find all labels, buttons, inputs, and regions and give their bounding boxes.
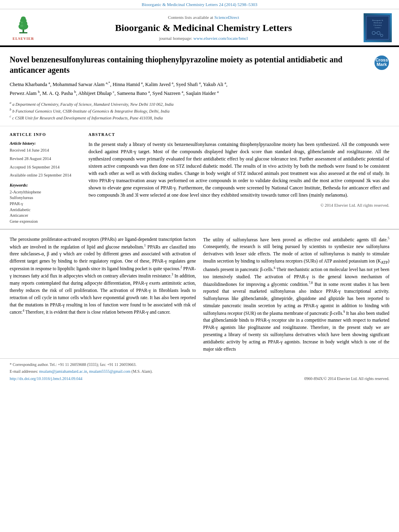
keyword-1: 2-Acetylthiophene: [10, 189, 81, 195]
history-label: Article history:: [10, 141, 81, 147]
corresponding-author: * Corresponding author. Tel.: +91 11 260…: [10, 362, 389, 368]
revised-date: Revised 28 August 2014: [10, 156, 81, 162]
journal-cover-image: Bioorganic & Medicinal Chemistry Letters: [366, 15, 390, 40]
received-date: Received 14 June 2014: [10, 148, 81, 154]
journal-title: Bioorganic & Medicinal Chemistry Letters: [43, 22, 364, 34]
article-info-panel: ARTICLE INFO Article history: Received 1…: [10, 132, 81, 224]
authors-list: Chetna Kharbanda a, Mohammad Sarwar Alam…: [10, 80, 389, 97]
keywords-label: Keywords:: [10, 183, 81, 189]
copyright-notice: © 2014 Elsevier Ltd. All rights reserved…: [88, 203, 389, 209]
available-date: Available online 23 September 2014: [10, 173, 81, 179]
footer: * Corresponding author. Tel.: +91 11 260…: [0, 358, 399, 384]
issn-copyright: 0960-894X/© 2014 Elsevier Ltd. All right…: [304, 376, 389, 382]
article-title: Novel benzenesulfonylureas containing th…: [10, 54, 370, 75]
info-abstract-section: ARTICLE INFO Article history: Received 1…: [0, 126, 399, 229]
journal-header: ELSEVIER Contents lists available at Sci…: [0, 9, 399, 46]
crossmark-icon: Cross Mark: [374, 55, 389, 70]
svg-text:Bioorganic &: Bioorganic &: [372, 19, 383, 21]
svg-point-7: [21, 22, 23, 24]
page: Bioorganic & Medicinal Chemistry Letters…: [0, 0, 399, 532]
accepted-date: Accepted 16 September 2014: [10, 164, 81, 170]
abstract-heading: ABSTRACT: [88, 132, 389, 138]
journal-thumbnail: Bioorganic & Medicinal Chemistry Letters: [364, 13, 392, 42]
footer-bottom: http://dx.doi.org/10.1016/j.bmcl.2014.09…: [10, 376, 389, 382]
keywords-section: Keywords: 2-Acetylthiophene Sulfonylurea…: [10, 183, 81, 225]
journal-homepage: journal homepage: www.elsevier.com/locat…: [43, 35, 364, 41]
svg-text:Chemistry: Chemistry: [374, 24, 382, 26]
keyword-4: Antidiabetic: [10, 207, 81, 213]
journal-banner: Bioorganic & Medicinal Chemistry Letters…: [0, 0, 399, 9]
body-col2-text: The utility of sulfonylureas have been p…: [203, 236, 389, 353]
keyword-3: PPAR-γ: [10, 201, 81, 207]
body-text-section: The peroxisome proliferator-activated re…: [0, 230, 399, 359]
keyword-6: Gene expression: [10, 219, 81, 225]
body-column-2: The utility of sulfonylureas have been p…: [203, 236, 389, 353]
banner-text: Bioorganic & Medicinal Chemistry Letters…: [142, 2, 257, 7]
email-addresses: E-mail addresses: msalam@jamiahamdard.ac…: [10, 369, 389, 374]
elsevier-tree-icon: [13, 14, 34, 35]
keyword-2: Sulfonylureas: [10, 195, 81, 201]
abstract-text: In the present study a library of twenty…: [88, 141, 389, 199]
svg-point-6: [20, 25, 23, 27]
affiliations: a a Department of Chemistry, Faculty of …: [10, 101, 389, 121]
article-info-heading: ARTICLE INFO: [10, 132, 81, 138]
contents-available: Contents lists available at ScienceDirec…: [43, 14, 364, 21]
journal-url[interactable]: www.elsevier.com/locate/bmcl: [193, 36, 248, 41]
crossmark-badge[interactable]: Cross Mark: [374, 55, 389, 72]
body-col1-text: The peroxisome proliferator-activated re…: [10, 236, 196, 316]
svg-point-5: [21, 16, 26, 21]
journal-center: Contents lists available at ScienceDirec…: [43, 14, 364, 42]
svg-text:Letters: Letters: [375, 27, 380, 29]
email-link-1[interactable]: msalam@jamiahamdard.ac.in: [39, 369, 87, 374]
elsevier-brand-text: ELSEVIER: [12, 36, 34, 41]
sciencedirect-link[interactable]: ScienceDirect: [214, 15, 239, 20]
email-link-2[interactable]: msalam5555@gmail.com: [89, 369, 130, 374]
svg-text:Medicinal: Medicinal: [374, 22, 382, 24]
svg-text:Mark: Mark: [376, 62, 387, 67]
doi-link[interactable]: http://dx.doi.org/10.1016/j.bmcl.2014.09…: [10, 376, 82, 382]
article-title-section: Novel benzenesulfonylureas containing th…: [0, 47, 399, 126]
body-column-1: The peroxisome proliferator-activated re…: [10, 236, 196, 353]
abstract-panel: ABSTRACT In the present study a library …: [88, 132, 389, 224]
svg-rect-1: [19, 32, 27, 33]
elsevier-logo: ELSEVIER: [7, 14, 39, 41]
keyword-5: Anticancer: [10, 213, 81, 219]
